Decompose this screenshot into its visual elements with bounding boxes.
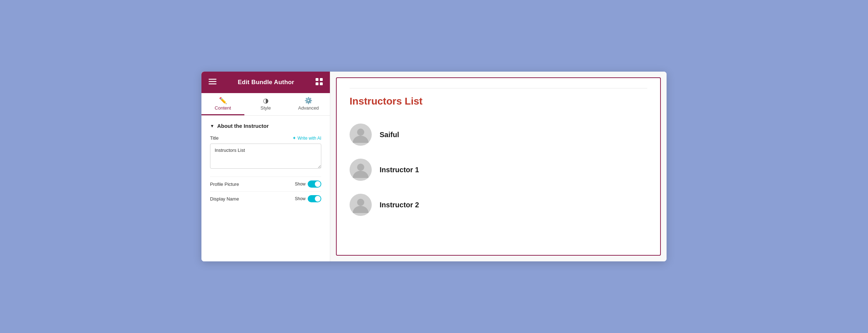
section-header: ▼ About the Instructor <box>210 123 321 129</box>
title-label-row: Title ✦ Write with AI <box>210 135 321 141</box>
sidebar-title: Edit Bundle Author <box>238 79 294 86</box>
display-name-show-label: Show <box>295 196 306 201</box>
instructor-list: Saiful Instructor 1 Instructor 2 <box>350 117 647 222</box>
svg-rect-6 <box>320 82 323 85</box>
write-ai-label: Write with AI <box>298 136 321 141</box>
profile-picture-row: Profile Picture Show <box>210 177 321 191</box>
hamburger-icon[interactable] <box>209 79 216 86</box>
gear-icon: ⚙️ <box>304 97 312 104</box>
sidebar-body: ▼ About the Instructor Title ✦ Write wit… <box>201 116 330 261</box>
svg-point-10 <box>357 164 364 171</box>
profile-picture-label: Profile Picture <box>210 182 239 187</box>
tab-advanced[interactable]: ⚙️ Advanced <box>287 93 330 115</box>
grid-icon[interactable] <box>316 78 323 87</box>
svg-rect-4 <box>320 78 323 81</box>
app-window: Edit Bundle Author ✏️ Content ◑ Style <box>201 72 667 261</box>
display-name-toggle-wrap: Show <box>295 195 321 202</box>
instructor-item: Saiful <box>350 117 647 152</box>
svg-rect-3 <box>316 78 318 81</box>
tab-content-label: Content <box>215 105 231 111</box>
title-textarea[interactable] <box>210 144 321 169</box>
instructor-item: Instructor 2 <box>350 187 647 222</box>
write-with-ai-button[interactable]: ✦ Write with AI <box>292 135 321 141</box>
preview-box: Instructors List Saiful Instr <box>336 77 661 256</box>
style-icon: ◑ <box>263 97 269 104</box>
profile-picture-toggle-wrap: Show <box>295 180 321 188</box>
profile-picture-toggle[interactable] <box>308 180 321 188</box>
tab-advanced-label: Advanced <box>298 105 319 111</box>
title-label: Title <box>210 135 219 141</box>
chevron-down-icon: ▼ <box>210 124 214 129</box>
profile-picture-show-label: Show <box>295 182 306 187</box>
svg-rect-1 <box>209 81 216 82</box>
svg-point-8 <box>357 129 364 136</box>
instructor-item: Instructor 1 <box>350 152 647 187</box>
instructor-avatar <box>350 124 372 146</box>
preview-top-divider <box>350 88 647 88</box>
instructor-name: Saiful <box>380 131 399 139</box>
tab-content[interactable]: ✏️ Content <box>201 93 244 115</box>
instructors-list-heading: Instructors List <box>350 96 647 107</box>
sidebar-tabs: ✏️ Content ◑ Style ⚙️ Advanced <box>201 93 330 116</box>
instructor-avatar <box>350 194 372 216</box>
instructor-avatar <box>350 159 372 181</box>
svg-rect-2 <box>209 83 216 85</box>
svg-rect-0 <box>209 79 216 80</box>
svg-point-12 <box>357 199 364 206</box>
pencil-icon: ✏️ <box>219 97 227 104</box>
section-label: About the Instructor <box>217 123 269 129</box>
sidebar: Edit Bundle Author ✏️ Content ◑ Style <box>201 72 330 261</box>
display-name-toggle[interactable] <box>308 195 321 202</box>
tab-style[interactable]: ◑ Style <box>244 93 287 115</box>
sidebar-header: Edit Bundle Author <box>201 72 330 93</box>
tab-style-label: Style <box>260 105 271 111</box>
svg-rect-5 <box>316 82 318 85</box>
display-name-label: Display Name <box>210 196 239 202</box>
display-name-row: Display Name Show <box>210 191 321 206</box>
instructor-name: Instructor 2 <box>380 201 419 209</box>
ai-sparkle-icon: ✦ <box>292 135 296 141</box>
instructor-name: Instructor 1 <box>380 166 419 174</box>
title-field-row: Title ✦ Write with AI <box>210 135 321 170</box>
main-content: Instructors List Saiful Instr <box>330 72 667 261</box>
